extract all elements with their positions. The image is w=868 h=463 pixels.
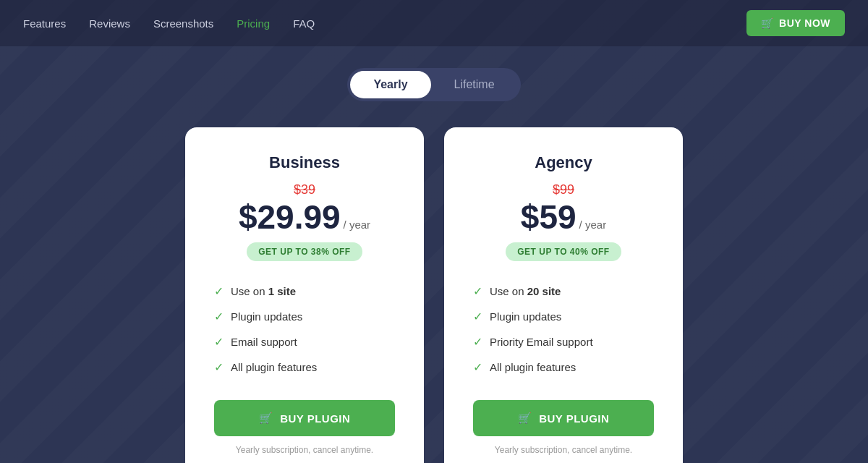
cart-icon: 🛒 bbox=[761, 17, 774, 29]
buy-now-button[interactable]: 🛒 BUY NOW bbox=[746, 10, 845, 36]
agency-buy-label: BUY PLUGIN bbox=[539, 412, 609, 425]
agency-period: / year bbox=[579, 218, 607, 231]
list-item: ✓ Use on 1 site bbox=[214, 279, 395, 304]
agency-note: Yearly subscription, cancel anytime. bbox=[495, 445, 632, 455]
business-period: / year bbox=[344, 218, 371, 231]
check-icon: ✓ bbox=[214, 360, 224, 374]
business-buy-label: BUY PLUGIN bbox=[280, 412, 350, 425]
toggle-pill: Yearly Lifetime bbox=[347, 68, 520, 101]
list-item: ✓ All plugin features bbox=[473, 354, 654, 380]
business-features: ✓ Use on 1 site ✓ Plugin updates ✓ Email… bbox=[214, 279, 395, 380]
business-title: Business bbox=[269, 153, 340, 172]
check-icon: ✓ bbox=[473, 310, 482, 323]
nav-features[interactable]: Features bbox=[23, 17, 66, 30]
business-card: Business $39 $29.99 / year GET UP TO 38%… bbox=[185, 127, 424, 463]
business-original-price: $39 bbox=[294, 182, 315, 197]
list-item: ✓ All plugin features bbox=[214, 354, 395, 380]
list-item: ✓ Plugin updates bbox=[473, 304, 654, 329]
feature-text: All plugin features bbox=[231, 361, 317, 373]
agency-original-price: $99 bbox=[553, 182, 574, 197]
buy-now-label: BUY NOW bbox=[779, 17, 830, 29]
feature-text: Email support bbox=[231, 336, 297, 348]
business-buy-button[interactable]: 🛒 BUY PLUGIN bbox=[214, 400, 395, 436]
toggle-yearly[interactable]: Yearly bbox=[350, 71, 430, 98]
feature-text: Plugin updates bbox=[490, 310, 561, 323]
nav-links: Features Reviews Screenshots Pricing FAQ bbox=[23, 17, 746, 30]
feature-text: Use on 20 site bbox=[490, 285, 561, 297]
list-item: ✓ Priority Email support bbox=[473, 329, 654, 354]
agency-title: Agency bbox=[535, 153, 592, 172]
check-icon: ✓ bbox=[473, 335, 482, 349]
nav-screenshots[interactable]: Screenshots bbox=[153, 17, 213, 30]
agency-card: Agency $99 $59 / year GET UP TO 40% OFF … bbox=[444, 127, 683, 463]
agency-features: ✓ Use on 20 site ✓ Plugin updates ✓ Prio… bbox=[473, 279, 654, 380]
agency-price-row: $59 / year bbox=[521, 200, 606, 234]
list-item: ✓ Email support bbox=[214, 329, 395, 354]
agency-discount-badge: GET UP TO 40% OFF bbox=[506, 242, 621, 261]
navbar: Features Reviews Screenshots Pricing FAQ… bbox=[0, 0, 868, 46]
list-item: ✓ Use on 20 site bbox=[473, 279, 654, 304]
business-price-row: $29.99 / year bbox=[239, 200, 370, 234]
business-discount-badge: GET UP TO 38% OFF bbox=[247, 242, 362, 261]
pricing-cards: Business $39 $29.99 / year GET UP TO 38%… bbox=[0, 127, 868, 463]
feature-text: Plugin updates bbox=[231, 310, 302, 323]
check-icon: ✓ bbox=[214, 335, 224, 349]
feature-text: Use on 1 site bbox=[231, 285, 296, 297]
cart-icon: 🛒 bbox=[518, 412, 532, 425]
feature-text: Priority Email support bbox=[490, 336, 593, 348]
nav-pricing[interactable]: Pricing bbox=[237, 17, 270, 30]
check-icon: ✓ bbox=[473, 360, 482, 374]
business-current-price: $29.99 bbox=[239, 200, 341, 234]
toggle-lifetime[interactable]: Lifetime bbox=[431, 71, 518, 98]
billing-toggle: Yearly Lifetime bbox=[0, 68, 868, 101]
nav-faq[interactable]: FAQ bbox=[293, 17, 315, 30]
nav-reviews[interactable]: Reviews bbox=[89, 17, 130, 30]
check-icon: ✓ bbox=[214, 310, 224, 323]
list-item: ✓ Plugin updates bbox=[214, 304, 395, 329]
agency-current-price: $59 bbox=[521, 200, 576, 234]
cart-icon: 🛒 bbox=[259, 412, 273, 425]
check-icon: ✓ bbox=[473, 284, 482, 298]
check-icon: ✓ bbox=[214, 284, 224, 298]
business-note: Yearly subscription, cancel anytime. bbox=[236, 445, 373, 455]
feature-text: All plugin features bbox=[490, 361, 576, 373]
agency-buy-button[interactable]: 🛒 BUY PLUGIN bbox=[473, 400, 654, 436]
